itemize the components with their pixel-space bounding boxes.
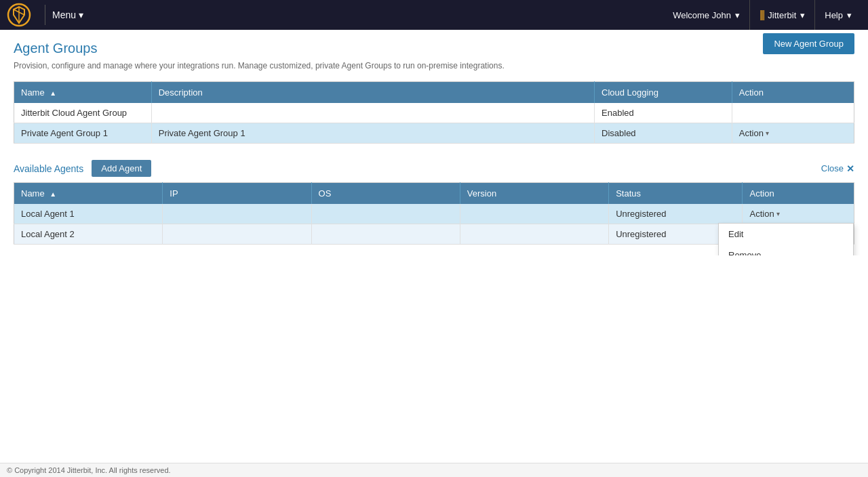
close-button[interactable]: Close ✕ xyxy=(821,163,854,174)
agent-os xyxy=(311,224,460,245)
col-agent-name: Name ▲ xyxy=(14,183,163,205)
brand-label: Jitterbit xyxy=(768,10,796,20)
col-status-label: Status xyxy=(616,188,641,199)
jitterbit-logo-icon xyxy=(7,3,31,27)
agent-os xyxy=(311,204,460,224)
col-agent-action-label: Action xyxy=(749,188,774,199)
col-os-label: OS xyxy=(319,188,332,199)
dropdown-edit[interactable]: Edit xyxy=(719,224,853,245)
available-agents-section: Available Agents Add Agent Close ✕ Name … xyxy=(14,160,854,245)
help-chevron-icon: ▾ xyxy=(847,10,852,20)
col-name-sort-icon: ▲ xyxy=(50,89,56,97)
col-cloud-logging: Cloud Logging xyxy=(595,82,732,104)
col-name-label: Name xyxy=(21,87,45,98)
menu-chevron-icon: ▾ xyxy=(79,9,83,20)
row-name: Jitterbit Cloud Agent Group xyxy=(14,103,152,123)
page-title: Agent Groups xyxy=(14,41,854,56)
close-x-icon: ✕ xyxy=(846,163,854,174)
agent-version xyxy=(460,224,608,245)
agent-status: Unregistered xyxy=(609,204,743,224)
logo-area xyxy=(7,3,31,27)
col-version-label: Version xyxy=(467,188,496,199)
page-subtitle: Provision, configure and manage where yo… xyxy=(14,61,854,70)
col-agent-action: Action xyxy=(743,183,854,205)
available-agents-left: Available Agents Add Agent xyxy=(14,160,151,177)
col-agent-name-sort-icon: ▲ xyxy=(50,190,56,198)
brand-switcher[interactable]: ||| Jitterbit ▾ xyxy=(749,0,814,30)
help-label: Help xyxy=(825,10,843,20)
welcome-user[interactable]: Welcome John ▾ xyxy=(663,0,749,30)
action-label: Action xyxy=(749,209,774,219)
row-cloud-logging: Enabled xyxy=(595,103,732,123)
header-right: Welcome John ▾ ||| Jitterbit ▾ Help ▾ xyxy=(663,0,861,30)
agent-groups-table: Name ▲ Description Cloud Logging Action … xyxy=(14,81,854,144)
close-label: Close xyxy=(821,163,844,173)
header: Menu ▾ Welcome John ▾ ||| Jitterbit ▾ He… xyxy=(0,0,868,30)
table-row: Jitterbit Cloud Agent Group Enabled xyxy=(14,103,854,123)
action-chevron-icon: ▾ xyxy=(776,210,780,217)
col-version: Version xyxy=(460,183,608,205)
col-ip-label: IP xyxy=(170,188,178,199)
agent-action: Action ▾ Edit Remove Download Windows Ag… xyxy=(743,204,854,224)
row-description xyxy=(151,103,594,123)
agent-action-button[interactable]: Action ▾ xyxy=(749,209,779,219)
available-agents-header-row: Name ▲ IP OS Version Status xyxy=(14,183,854,205)
table-row: Private Agent Group 1 Private Agent Grou… xyxy=(14,123,854,144)
col-action-label: Action xyxy=(739,87,764,98)
row-name: Private Agent Group 1 xyxy=(14,123,152,144)
menu-button[interactable]: Menu ▾ xyxy=(52,9,83,20)
agent-groups-header-row: Name ▲ Description Cloud Logging Action xyxy=(14,82,854,104)
col-cloud-logging-label: Cloud Logging xyxy=(601,87,658,98)
agent-ip xyxy=(163,204,311,224)
agent-action-dropdown: Edit Remove Download Windows Agent Downl… xyxy=(718,223,854,255)
available-agents-tbody: Local Agent 1 Unregistered Action ▾ Edit xyxy=(14,204,854,245)
col-status: Status xyxy=(609,183,743,205)
page-content: Agent Groups New Agent Group Provision, … xyxy=(0,30,868,255)
new-agent-group-button[interactable]: New Agent Group xyxy=(763,33,854,54)
available-agents-header: Available Agents Add Agent Close ✕ xyxy=(14,160,854,177)
available-agents-title: Available Agents xyxy=(14,163,83,174)
agent-version xyxy=(460,204,608,224)
col-action: Action xyxy=(732,82,854,104)
col-ip: IP xyxy=(163,183,311,205)
agent-groups-tbody: Jitterbit Cloud Agent Group Enabled Priv… xyxy=(14,103,854,144)
agent-ip xyxy=(163,224,311,245)
row-description: Private Agent Group 1 xyxy=(151,123,594,144)
col-description-label: Description xyxy=(159,87,203,98)
col-name: Name ▲ xyxy=(14,82,152,104)
row-cloud-logging: Disabled xyxy=(595,123,732,144)
row-action xyxy=(732,103,854,123)
header-divider xyxy=(45,5,45,25)
help-menu[interactable]: Help ▾ xyxy=(814,0,861,30)
agent-name: Local Agent 2 xyxy=(14,224,163,245)
menu-label: Menu xyxy=(52,9,76,20)
welcome-text: Welcome John xyxy=(673,10,731,20)
brand-chevron-icon: ▾ xyxy=(800,10,805,20)
welcome-chevron-icon: ▾ xyxy=(735,10,740,20)
available-agents-thead: Name ▲ IP OS Version Status xyxy=(14,183,854,205)
available-agents-table: Name ▲ IP OS Version Status xyxy=(14,182,854,245)
col-os: OS xyxy=(311,183,460,205)
col-description: Description xyxy=(151,82,594,104)
action-label: Action xyxy=(739,128,764,138)
dropdown-remove[interactable]: Remove xyxy=(719,245,853,255)
page-header-row: Agent Groups New Agent Group xyxy=(14,41,854,61)
table-row: Local Agent 1 Unregistered Action ▾ Edit xyxy=(14,204,854,224)
agent-name: Local Agent 1 xyxy=(14,204,163,224)
action-chevron-icon: ▾ xyxy=(766,129,769,137)
section-gap xyxy=(14,144,854,160)
col-agent-name-label: Name xyxy=(21,188,45,199)
row-action: Action ▾ xyxy=(732,123,854,144)
add-agent-button[interactable]: Add Agent xyxy=(92,160,151,177)
agent-group-action-button[interactable]: Action ▾ xyxy=(739,128,769,138)
brand-bars-icon: ||| xyxy=(760,9,764,21)
agent-groups-thead: Name ▲ Description Cloud Logging Action xyxy=(14,82,854,104)
